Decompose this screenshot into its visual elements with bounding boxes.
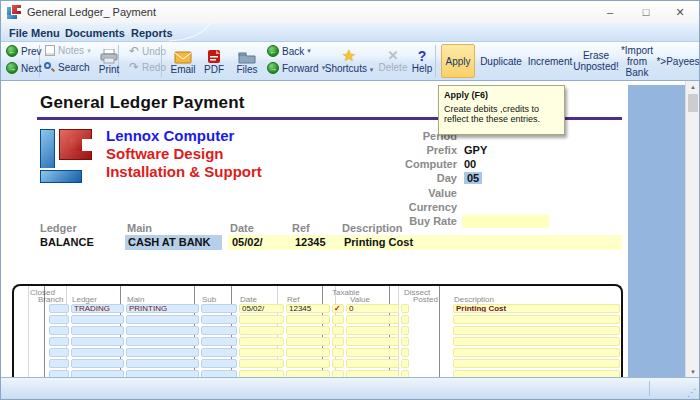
grid-cell[interactable]	[126, 348, 199, 357]
payees-button[interactable]: *>Payees	[657, 44, 699, 78]
grid-cell[interactable]	[239, 315, 284, 324]
shortcuts-button[interactable]: ★ Shortcuts ▾	[321, 44, 377, 78]
grid-cell-branch[interactable]	[49, 304, 69, 313]
grid-cell[interactable]	[71, 348, 124, 357]
grid-cell[interactable]	[239, 326, 284, 335]
grid-cell[interactable]	[201, 348, 237, 357]
grid-cell[interactable]	[286, 337, 330, 346]
grid-cell[interactable]	[332, 348, 344, 357]
grid-cell[interactable]	[239, 348, 284, 357]
scroll-up-icon[interactable]: ▲	[686, 84, 700, 90]
grid-cell[interactable]	[346, 359, 399, 368]
grid-cell[interactable]	[346, 315, 399, 324]
print-button[interactable]: Print	[93, 44, 125, 78]
grid-cell[interactable]	[401, 348, 409, 357]
grid-cell[interactable]	[126, 315, 199, 324]
grid-cell[interactable]	[346, 348, 399, 357]
delete-button[interactable]: ✕ Delete	[379, 44, 407, 78]
grid-cell[interactable]	[71, 326, 124, 335]
grid-cell-value[interactable]: 0	[346, 304, 399, 313]
grid-cell-dissect[interactable]	[401, 304, 409, 313]
grid-cell[interactable]	[201, 326, 237, 335]
grid-cell[interactable]	[332, 359, 344, 368]
apply-button[interactable]: Apply	[441, 44, 475, 78]
grid-cell[interactable]	[401, 359, 409, 368]
pdf-button[interactable]: PDF	[201, 44, 227, 78]
summary-ledger-value[interactable]: BALANCE	[40, 236, 94, 248]
forward-button[interactable]: → Forward ▾	[267, 62, 325, 74]
duplicate-button[interactable]: Duplicate	[478, 44, 524, 78]
maximize-icon[interactable]: □	[629, 1, 663, 23]
grid-cell[interactable]	[401, 315, 409, 324]
minimize-icon[interactable]: –	[593, 1, 627, 23]
grid-cell-ref[interactable]: 12345	[286, 304, 330, 313]
grid-cell[interactable]	[332, 315, 344, 324]
grid-cell[interactable]	[49, 315, 69, 324]
grid-cell[interactable]	[401, 326, 409, 335]
buy-rate-input[interactable]	[462, 215, 549, 228]
menu-file[interactable]: File Menu	[5, 25, 64, 40]
grid-cell[interactable]	[239, 337, 284, 346]
prefix-value[interactable]: GPY	[464, 144, 487, 156]
grid-cell[interactable]	[239, 359, 284, 368]
redo-button[interactable]: ↷ Redo	[129, 61, 166, 73]
grid-cell[interactable]	[71, 315, 124, 324]
files-button[interactable]: Files	[231, 44, 263, 78]
grid-cell[interactable]	[401, 337, 409, 346]
grid-cell[interactable]	[201, 315, 237, 324]
grid-cell[interactable]	[286, 315, 330, 324]
next-button[interactable]: → Next	[6, 62, 42, 74]
grid-cell[interactable]	[332, 326, 344, 335]
grid-cell[interactable]	[346, 337, 399, 346]
grid-cell[interactable]	[332, 337, 344, 346]
grid-cell-ledger[interactable]: TRADING	[71, 304, 124, 313]
grid-cell-sub[interactable]	[201, 304, 237, 313]
shortcuts-dropdown-icon[interactable]: ▾	[370, 66, 374, 73]
summary-main-value[interactable]: CASH AT BANK	[128, 236, 211, 248]
import-from-bank-button[interactable]: *Import from Bank	[618, 44, 656, 78]
menu-documents[interactable]: Documents	[61, 25, 129, 40]
email-button[interactable]: Email	[167, 44, 199, 78]
summary-description-value[interactable]: Printing Cost	[344, 236, 413, 248]
grid-cell[interactable]	[126, 359, 199, 368]
back-dropdown-icon[interactable]: ▾	[307, 47, 311, 55]
grid-cell[interactable]	[453, 348, 620, 357]
scrollbar-thumb[interactable]	[688, 94, 698, 112]
grid-cell[interactable]	[49, 348, 69, 357]
summary-date-value[interactable]: 05/02/	[232, 236, 263, 248]
notes-button[interactable]: Notes ▾	[45, 45, 91, 56]
summary-ref-value[interactable]: 12345	[295, 236, 326, 248]
grid-cell[interactable]	[126, 326, 199, 335]
grid-cell[interactable]	[453, 337, 620, 346]
scroll-down-icon[interactable]: ▼	[686, 369, 700, 375]
increment-button[interactable]: Increment	[526, 44, 574, 78]
grid-cell[interactable]	[346, 326, 399, 335]
grid-cell[interactable]	[286, 348, 330, 357]
grid-cell-main[interactable]: PRINTING	[126, 304, 199, 313]
grid-cell[interactable]	[126, 337, 199, 346]
search-button[interactable]: Search	[43, 61, 90, 73]
grid-cell[interactable]	[286, 359, 330, 368]
prev-button[interactable]: ← Prev	[6, 45, 42, 57]
grid-cell[interactable]	[49, 337, 69, 346]
computer-value[interactable]: 00	[464, 158, 476, 170]
erase-unposted-button[interactable]: Erase Unposted!	[576, 44, 616, 78]
close-icon[interactable]: ✕	[663, 1, 697, 23]
grid-cell[interactable]	[71, 337, 124, 346]
day-value[interactable]: 05	[464, 172, 482, 184]
undo-button[interactable]: ↶ Undo	[129, 45, 166, 57]
back-button[interactable]: ← Back ▾	[267, 45, 311, 57]
grid-cell[interactable]	[49, 359, 69, 368]
grid-cell[interactable]	[286, 326, 330, 335]
grid-cell[interactable]	[453, 315, 620, 324]
help-button[interactable]: ? Help	[409, 44, 435, 78]
grid-cell[interactable]	[201, 359, 237, 368]
grid-cell-date[interactable]: 05/02/	[239, 304, 284, 313]
vertical-scrollbar[interactable]: ▲ ▼	[685, 81, 699, 378]
grid-cell[interactable]	[49, 326, 69, 335]
grid-cell[interactable]	[71, 359, 124, 368]
resize-grip-icon[interactable]: ⋰	[687, 387, 697, 398]
grid-cell[interactable]	[453, 359, 620, 368]
taxable-check-icon[interactable]: ✓	[332, 304, 344, 313]
grid-cell-description[interactable]: Printing Cost	[453, 304, 620, 313]
